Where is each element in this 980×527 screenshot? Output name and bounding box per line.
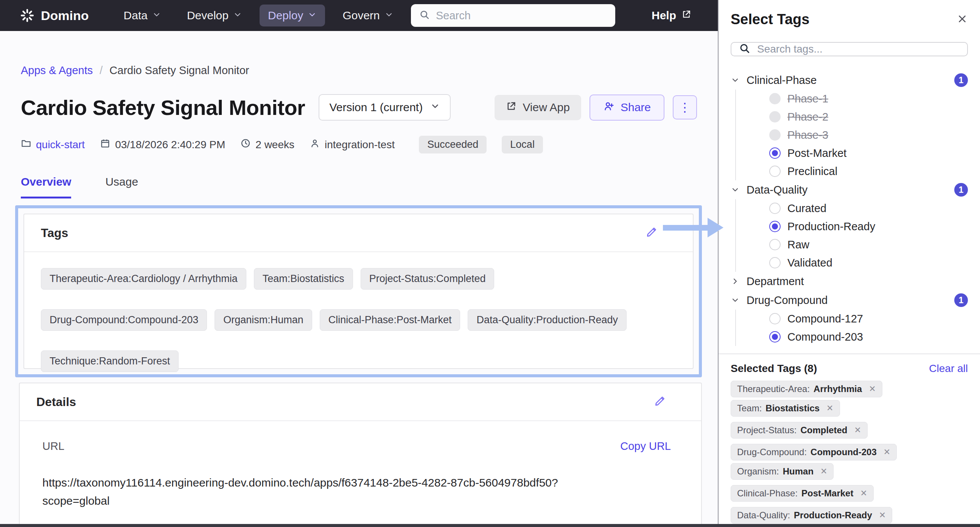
main-content: Apps & Agents / Cardio Safety Signal Mon… <box>0 31 718 527</box>
tag-pill[interactable]: Team:Biostatistics <box>254 268 353 290</box>
tag-group-data-quality[interactable]: Data-Quality1 <box>731 180 968 199</box>
tag-option-post-market[interactable]: Post-Market <box>736 144 968 162</box>
group-count-badge: 1 <box>954 294 968 307</box>
tags-card-header: Tags <box>24 214 693 252</box>
nav-item-develop[interactable]: Develop <box>178 5 250 27</box>
chevron-down-icon <box>430 101 440 114</box>
clock-icon <box>240 138 251 151</box>
chip-remove-icon[interactable]: ✕ <box>883 447 890 457</box>
tag-option-curated[interactable]: Curated <box>736 199 968 217</box>
radio-unselected-icon <box>769 239 781 250</box>
search-icon <box>739 43 750 56</box>
tag-option-validated[interactable]: Validated <box>736 254 968 272</box>
chip-remove-icon[interactable]: ✕ <box>860 489 867 498</box>
chip-category: Drug-Compound: <box>737 447 807 457</box>
chevron-down-icon <box>308 9 317 22</box>
breadcrumb-apps-agents[interactable]: Apps & Agents <box>21 64 93 77</box>
status-badge: Succeeded <box>419 136 487 154</box>
global-search-input[interactable]: Search <box>411 4 615 27</box>
group-count-badge: 1 <box>954 73 968 87</box>
chevron-right-icon <box>731 277 740 286</box>
chip-value: Biostatistics <box>765 403 819 414</box>
nav-item-deploy[interactable]: Deploy <box>259 5 325 27</box>
tab-overview[interactable]: Overview <box>21 175 71 198</box>
tag-option-compound-203[interactable]: Compound-203 <box>736 328 968 346</box>
tag-option-phase-3: Phase-3 <box>736 126 968 144</box>
chip-category: Data-Quality: <box>737 510 790 521</box>
tag-option-phase-2: Phase-2 <box>736 108 968 126</box>
tags-highlight-box: Tags Therapeutic-Area:Cardiology / Arrhy… <box>15 205 702 377</box>
nav-item-govern[interactable]: Govern <box>334 5 401 27</box>
user-plus-icon <box>603 100 614 114</box>
radio-unselected-icon <box>769 257 781 268</box>
tag-option-compound-127[interactable]: Compound-127 <box>736 310 968 328</box>
annotation-arrow <box>663 218 724 237</box>
selected-tags-title: Selected Tags (8) <box>731 362 817 375</box>
close-icon[interactable] <box>956 13 968 26</box>
duration-value: 2 weeks <box>255 139 294 151</box>
tag-pill[interactable]: Therapeutic-Area:Cardiology / Arrhythmia <box>41 268 246 290</box>
nav-item-label: Deploy <box>268 9 303 22</box>
tag-pill[interactable]: Data-Quality:Production-Ready <box>468 309 627 331</box>
project-name: quick-start <box>36 139 85 151</box>
selected-chip-list: Therapeutic-Area:Arrhythmia✕Team:Biostat… <box>731 381 968 527</box>
tag-pill[interactable]: Organism:Human <box>215 309 312 331</box>
chip-remove-icon[interactable]: ✕ <box>869 384 875 394</box>
tag-group-label: Clinical-Phase <box>746 74 816 87</box>
tag-group-department[interactable]: Department <box>731 272 968 291</box>
tag-group-drug-compound[interactable]: Drug-Compound1 <box>731 291 968 310</box>
tag-pill[interactable]: Clinical-Phase:Post-Market <box>320 309 460 331</box>
header-actions: View App Share ⋮ <box>495 95 697 121</box>
chip-remove-icon[interactable]: ✕ <box>879 510 886 520</box>
edit-details-pencil-icon[interactable] <box>654 395 666 409</box>
tags-card: Tags Therapeutic-Area:Cardiology / Arrhy… <box>24 214 694 369</box>
chip-value: Compound-203 <box>810 447 877 457</box>
user-icon <box>310 138 320 151</box>
tag-option-label: Post-Market <box>788 147 846 160</box>
tag-group-clinical-phase[interactable]: Clinical-Phase1 <box>731 71 968 90</box>
copy-url-link[interactable]: Copy URL <box>620 440 671 452</box>
datetime-value: 03/18/2026 2:40:29 PM <box>115 139 225 151</box>
chip-category: Clinical-Phase: <box>737 488 798 498</box>
details-card-body: URL Copy URL https://taxonomy116114.engi… <box>20 421 701 527</box>
tag-option-raw[interactable]: Raw <box>736 235 968 254</box>
project-link[interactable]: quick-start <box>21 138 85 151</box>
details-card-header: Details <box>20 383 701 421</box>
clear-all-link[interactable]: Clear all <box>929 362 968 375</box>
tag-pill[interactable]: Drug-Compound:Compound-203 <box>41 309 207 331</box>
edit-tags-pencil-icon[interactable] <box>645 226 658 240</box>
chip-remove-icon[interactable]: ✕ <box>854 425 861 435</box>
tag-group-label: Drug-Compound <box>746 294 827 306</box>
radio-selected-icon <box>769 148 781 159</box>
tag-pill[interactable]: Technique:Random-Forest <box>41 351 178 372</box>
help-link[interactable]: Help <box>652 9 691 22</box>
chip-remove-icon[interactable]: ✕ <box>820 467 827 476</box>
view-app-button[interactable]: View App <box>495 95 581 120</box>
kebab-menu-icon: ⋮ <box>679 100 691 114</box>
external-link-icon <box>506 101 517 114</box>
chip-remove-icon[interactable]: ✕ <box>826 403 833 413</box>
breadcrumb-current: Cardio Safety Signal Monitor <box>109 64 249 77</box>
nav-item-data[interactable]: Data <box>115 5 170 27</box>
version-selector[interactable]: Version 1 (current) <box>318 94 451 121</box>
share-button[interactable]: Share <box>590 95 665 121</box>
user-value: integration-test <box>325 139 395 151</box>
radio-disabled-icon <box>769 129 781 141</box>
tag-tree: Clinical-Phase1Phase-1Phase-2Phase-3Post… <box>731 71 968 346</box>
tag-option-preclinical[interactable]: Preclinical <box>736 162 968 180</box>
details-card-title: Details <box>36 395 76 409</box>
tabs: OverviewUsage <box>21 175 697 198</box>
chip-value: Post-Market <box>802 488 853 498</box>
radio-unselected-icon <box>769 203 781 214</box>
selected-chip: Project-Status:Completed✕ <box>731 422 868 438</box>
select-tags-panel: Select Tags Search tags... Clinical-Phas… <box>718 0 980 527</box>
domino-brand[interactable]: Domino <box>20 8 89 23</box>
chip-value: Completed <box>800 425 847 435</box>
radio-unselected-icon <box>769 165 781 177</box>
tag-pill[interactable]: Project-Status:Completed <box>361 268 495 290</box>
tab-usage[interactable]: Usage <box>105 175 138 198</box>
calendar-icon <box>100 138 110 151</box>
more-actions-button[interactable]: ⋮ <box>673 95 697 119</box>
tag-option-production-ready[interactable]: Production-Ready <box>736 217 968 235</box>
tag-search-input[interactable]: Search tags... <box>731 42 968 56</box>
